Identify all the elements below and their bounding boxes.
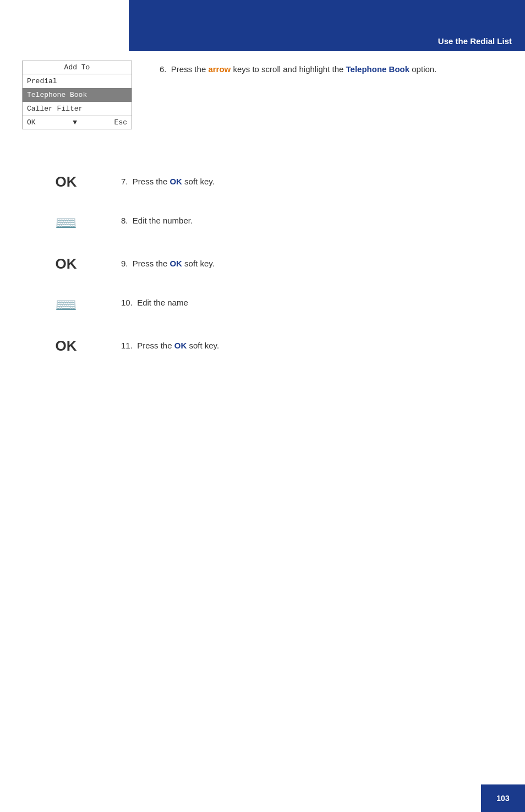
step-11-number: 11. — [121, 341, 137, 350]
page-number: 103 — [496, 794, 509, 803]
step-8-content: 8. Edit the number. — [121, 212, 503, 227]
keyboard-icon-10: ⌨️ — [55, 295, 77, 315]
menu-footer: OK ▼ Esc — [23, 116, 132, 129]
step-6-content: 6. Press the arrow keys to scroll and hi… — [143, 61, 503, 76]
step-6-telephone-book-keyword: Telephone Book — [346, 64, 410, 74]
header-title: Use the Redial List — [438, 36, 512, 46]
step-11-text: 11. Press the OK soft key. — [121, 340, 503, 352]
menu-footer-esc: Esc — [114, 118, 127, 127]
menu-footer-arrow: ▼ — [73, 118, 77, 127]
top-row: Add To Predial Telephone Book Caller Fil… — [22, 61, 503, 146]
menu-item-predial: Predial — [23, 74, 132, 88]
header-bar: Use the Redial List — [129, 0, 525, 51]
step-10-icon: ⌨️ — [22, 295, 121, 315]
step-7-row: OK 7. Press the OK soft key. — [22, 173, 503, 190]
keyboard-icon-8: ⌨️ — [55, 212, 77, 233]
step-7-ok-keyword: OK — [169, 177, 182, 186]
step-6-arrow-keyword: arrow — [208, 64, 231, 74]
step-10-text: 10. Edit the name — [121, 297, 503, 309]
step-8-row: ⌨️ 8. Edit the number. — [22, 212, 503, 233]
ok-icon-11: OK — [56, 337, 77, 355]
step-9-ok-keyword: OK — [169, 259, 182, 268]
step-9-number: 9. — [121, 259, 133, 268]
steps-section: OK 7. Press the OK soft key. ⌨️ 8. Edit … — [22, 173, 503, 377]
page-number-bar: 103 — [481, 784, 525, 812]
step-9-text: 9. Press the OK soft key. — [121, 258, 503, 270]
step-7-content: 7. Press the OK soft key. — [121, 173, 503, 188]
step-11-icon: OK — [22, 337, 121, 355]
main-content: Add To Predial Telephone Book Caller Fil… — [22, 61, 503, 377]
step-9-icon: OK — [22, 255, 121, 273]
menu-header: Add To — [23, 61, 132, 74]
menu-item-caller-filter: Caller Filter — [23, 102, 132, 116]
step-6-text: 6. Press the arrow keys to scroll and hi… — [160, 63, 503, 76]
step-8-text: 8. Edit the number. — [121, 215, 503, 227]
menu-footer-ok: OK — [27, 118, 36, 127]
step-11-ok-keyword: OK — [174, 341, 187, 350]
menu-box: Add To Predial Telephone Book Caller Fil… — [22, 61, 132, 129]
step-10-row: ⌨️ 10. Edit the name — [22, 295, 503, 315]
step-8-icon: ⌨️ — [22, 212, 121, 233]
step-7-icon: OK — [22, 173, 121, 190]
step-7-number: 7. — [121, 177, 133, 186]
menu-item-telephone-book: Telephone Book — [23, 88, 132, 102]
step-10-content: 10. Edit the name — [121, 295, 503, 309]
step-7-text: 7. Press the OK soft key. — [121, 176, 503, 188]
step-9-content: 9. Press the OK soft key. — [121, 255, 503, 270]
step-11-content: 11. Press the OK soft key. — [121, 337, 503, 352]
ok-icon-9: OK — [56, 255, 77, 273]
step-9-row: OK 9. Press the OK soft key. — [22, 255, 503, 273]
step-10-number: 10. — [121, 298, 137, 307]
step-6-number: 6. — [160, 64, 171, 74]
step-11-row: OK 11. Press the OK soft key. — [22, 337, 503, 355]
ok-icon-7: OK — [56, 173, 77, 190]
left-decorative-bar — [0, 0, 120, 51]
step-8-number: 8. — [121, 216, 133, 225]
menu-column: Add To Predial Telephone Book Caller Fil… — [22, 61, 143, 146]
